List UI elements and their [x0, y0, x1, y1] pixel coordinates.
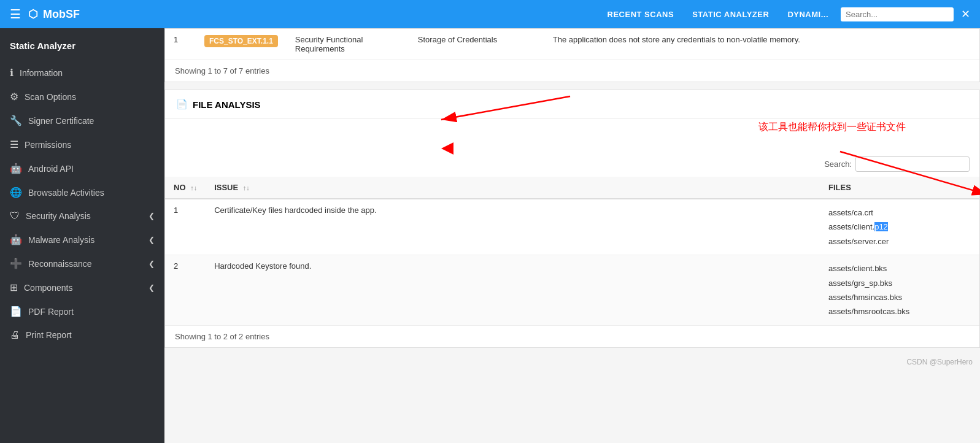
- file-item: assets/hmsrootcas.bks: [828, 304, 971, 318]
- nav-right: ✕: [841, 7, 970, 21]
- sort-icon-issue[interactable]: ↑↓: [243, 184, 250, 191]
- row1-issue: Certificate/Key files hardcoded inside t…: [206, 199, 820, 255]
- col-no-header: NO ↑↓: [165, 177, 206, 199]
- file-analysis-header: 📄 FILE ANALYSIS: [165, 90, 979, 119]
- logo-area: ⬡ MobSF: [28, 7, 80, 21]
- pdf-icon: 📄: [10, 306, 22, 317]
- sidebar-item-label: Signer Certificate: [28, 116, 94, 126]
- bug-icon: 🤖: [10, 234, 22, 245]
- gear-icon: ⚙: [10, 91, 18, 102]
- col-no-label: NO: [174, 183, 186, 192]
- sfr-section: 1 FCS_STO_EXT.1.1 Security FunctionalReq…: [164, 28, 980, 82]
- table-row: 1 FCS_STO_EXT.1.1 Security FunctionalReq…: [165, 29, 979, 60]
- chevron-icon: ❮: [149, 283, 155, 292]
- sidebar-item-signer-certificate[interactable]: 🔧 Signer Certificate: [0, 109, 164, 133]
- sfr-badge: FCS_STO_EXT.1.1: [204, 35, 278, 47]
- file-icon: 📄: [176, 99, 188, 110]
- file-item: assets/ca.crt: [828, 206, 971, 220]
- file-analysis-section: 📄 FILE ANALYSIS: [164, 90, 980, 348]
- sidebar-item-permissions[interactable]: ☰ Permissions: [0, 133, 164, 156]
- sfr-table: 1 FCS_STO_EXT.1.1 Security FunctionalReq…: [165, 29, 979, 60]
- sidebar-item-information[interactable]: ℹ Information: [0, 61, 164, 85]
- plus-icon: ➕: [10, 258, 22, 269]
- col-issue-label: ISSUE: [214, 183, 238, 192]
- col-issue-header: ISSUE ↑↓: [206, 177, 820, 199]
- main-layout: Static Analyzer ℹ Information ⚙ Scan Opt…: [0, 28, 980, 443]
- sidebar-item-print-report[interactable]: 🖨 Print Report: [0, 323, 164, 347]
- hamburger-icon[interactable]: ☰: [10, 7, 21, 21]
- sidebar: Static Analyzer ℹ Information ⚙ Scan Opt…: [0, 28, 164, 443]
- sidebar-item-label: Scan Options: [25, 92, 76, 102]
- grid-icon: ⊞: [10, 282, 18, 293]
- file-item: assets/client.p12: [828, 220, 971, 234]
- chevron-icon: ❮: [149, 260, 155, 268]
- table-row: 2 Hardcoded Keystore found. assets/clien…: [165, 255, 979, 326]
- wrench-icon: 🔧: [10, 115, 22, 126]
- sidebar-item-reconnaissance[interactable]: ➕ Reconnaissance ❮: [0, 252, 164, 275]
- chinese-annotation: 该工具也能帮你找到一些证书文件: [758, 121, 906, 134]
- chevron-icon: ❮: [149, 236, 155, 244]
- chevron-icon: ❮: [149, 212, 155, 220]
- sidebar-item-components[interactable]: ⊞ Components ❮: [0, 275, 164, 299]
- sort-icon-no[interactable]: ↑↓: [190, 184, 197, 191]
- file-item: assets/server.cer: [828, 234, 971, 248]
- sidebar-item-label: Android API: [28, 164, 74, 174]
- col-files-header: FILES: [820, 177, 979, 199]
- sidebar-item-label: Security Analysis: [26, 211, 91, 221]
- row2-no: 2: [165, 255, 206, 326]
- file-item: assets/hmsincas.bks: [828, 290, 971, 304]
- highlight-p12: p12: [874, 222, 888, 231]
- file-analysis-title: FILE ANALYSIS: [193, 99, 261, 110]
- sidebar-item-label: Malware Analysis: [28, 235, 95, 245]
- row1-files: assets/ca.crt assets/client.p12 assets/s…: [820, 199, 979, 255]
- sidebar-item-pdf-report[interactable]: 📄 PDF Report: [0, 299, 164, 323]
- app-name: MobSF: [43, 8, 80, 21]
- list-icon: ☰: [10, 139, 18, 150]
- sidebar-item-label: Reconnaissance: [28, 259, 92, 269]
- sidebar-item-scan-options[interactable]: ⚙ Scan Options: [0, 85, 164, 109]
- shield-icon: 🛡: [10, 210, 20, 222]
- sfr-badge-cell: FCS_STO_EXT.1.1: [196, 29, 287, 60]
- sidebar-item-label: Components: [24, 283, 72, 293]
- sidebar-item-browsable-activities[interactable]: 🌐 Browsable Activities: [0, 180, 164, 204]
- sidebar-item-malware-analysis[interactable]: 🤖 Malware Analysis ❮: [0, 228, 164, 252]
- info-icon: ℹ: [10, 67, 14, 79]
- row2-issue: Hardcoded Keystore found.: [206, 255, 820, 326]
- android-icon: 🤖: [10, 163, 22, 174]
- search-label: Search:: [824, 160, 852, 169]
- table-row: 1 Certificate/Key files hardcoded inside…: [165, 199, 979, 255]
- sidebar-item-label: PDF Report: [28, 307, 74, 317]
- file-analysis-header-area: 📄 FILE ANALYSIS: [165, 90, 979, 152]
- top-navigation: ☰ ⬡ MobSF RECENT SCANS STATIC ANALYZER D…: [0, 0, 980, 28]
- file-item: assets/client.bks: [828, 261, 971, 275]
- sidebar-item-label: Permissions: [25, 140, 71, 150]
- table-header-row: NO ↑↓ ISSUE ↑↓ FILES: [165, 177, 979, 199]
- file-analysis-showing: Showing 1 to 2 of 2 entries: [165, 326, 979, 347]
- sfr-no-cell: 1: [165, 29, 196, 60]
- top-search-input[interactable]: [841, 7, 954, 21]
- print-icon: 🖨: [10, 329, 20, 341]
- close-icon[interactable]: ✕: [961, 7, 970, 21]
- sfr-showing: Showing 1 to 7 of 7 entries: [165, 60, 979, 82]
- sidebar-item-label: Browsable Activities: [28, 188, 104, 198]
- nav-links: RECENT SCANS STATIC ANALYZER DYNAMI...: [608, 10, 828, 19]
- sfr-col3-cell: Storage of Credentials: [409, 29, 544, 60]
- sfr-col4-cell: The application does not store any crede…: [544, 29, 979, 60]
- file-analysis-table: NO ↑↓ ISSUE ↑↓ FILES: [165, 177, 979, 326]
- nav-recent-scans[interactable]: RECENT SCANS: [608, 10, 674, 19]
- nav-dynamic[interactable]: DYNAMI...: [787, 10, 828, 19]
- row2-files: assets/client.bks assets/grs_sp.bks asse…: [820, 255, 979, 326]
- file-item: assets/grs_sp.bks: [828, 276, 971, 290]
- nav-static-analyzer[interactable]: STATIC ANALYZER: [692, 10, 769, 19]
- logo-icon: ⬡: [28, 7, 38, 21]
- main-content: 1 FCS_STO_EXT.1.1 Security FunctionalReq…: [164, 28, 980, 443]
- file-analysis-search-input[interactable]: [855, 156, 970, 172]
- sidebar-item-label: Print Report: [26, 330, 72, 340]
- sidebar-item-android-api[interactable]: 🤖 Android API: [0, 156, 164, 180]
- sidebar-item-label: Information: [20, 68, 63, 78]
- sidebar-title: Static Analyzer: [0, 34, 164, 61]
- sfr-col2-cell: Security FunctionalRequirements: [287, 29, 409, 60]
- sidebar-item-security-analysis[interactable]: 🛡 Security Analysis ❮: [0, 204, 164, 228]
- watermark: CSDN @SuperHero: [164, 355, 980, 369]
- row1-no: 1: [165, 199, 206, 255]
